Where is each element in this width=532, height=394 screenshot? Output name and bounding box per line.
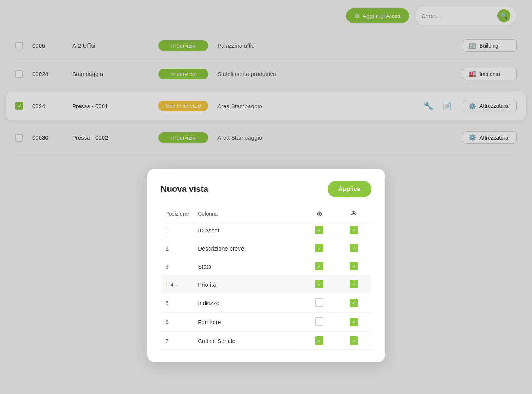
checked-visible-icon[interactable]: ✓ [350, 318, 358, 326]
col-position: 3 [161, 257, 194, 275]
column-config-table: Posizione Colonna ⊕ 👁 1ID Asset✓✓2Descri… [161, 206, 371, 350]
col-position: 2 [161, 239, 194, 257]
col-search-toggle[interactable] [302, 313, 336, 332]
col-position: 5 [161, 293, 194, 313]
checked-search-icon[interactable]: ✓ [315, 336, 323, 345]
nuova-vista-modal: Nuova vista Applica Posizione Colonna ⊕ … [147, 169, 385, 362]
col-visible-toggle[interactable]: ✓ [336, 221, 371, 239]
column-config-row: 5Indirizzo✓ [161, 293, 371, 313]
col-position: 6 [161, 313, 194, 332]
col-name: Priorità [193, 275, 302, 293]
col-name: Fornitore [193, 313, 302, 332]
col-name: Descrizione breve [193, 239, 302, 257]
checked-visible-icon[interactable]: ✓ [350, 226, 358, 234]
col-position: 1 [161, 221, 194, 239]
col-position: 7 [161, 332, 194, 350]
modal-overlay: Nuova vista Applica Posizione Colonna ⊕ … [0, 0, 532, 394]
col-search-toggle[interactable] [302, 293, 336, 313]
sort-up-arrow[interactable]: ↑ [166, 281, 168, 287]
col-visible-toggle[interactable]: ✓ [336, 275, 371, 293]
modal-header: Nuova vista Applica [161, 181, 371, 197]
col-header-search-icon: ⊕ [302, 206, 336, 221]
checked-visible-icon[interactable]: ✓ [350, 299, 358, 307]
sort-down-arrow[interactable]: ↓ [176, 281, 179, 287]
col-search-toggle[interactable]: ✓ [302, 332, 336, 350]
col-name: Indirizzo [193, 293, 302, 313]
column-config-row: 7Codice Seriale✓✓ [161, 332, 371, 350]
col-search-toggle[interactable]: ✓ [302, 221, 336, 239]
column-config-row: 3Stato✓✓ [161, 257, 371, 275]
col-visible-toggle[interactable]: ✓ [336, 332, 371, 350]
checked-search-icon[interactable]: ✓ [315, 262, 323, 270]
eye-column-icon: 👁 [350, 210, 357, 218]
search-column-icon: ⊕ [317, 210, 322, 218]
checked-visible-icon[interactable]: ✓ [350, 262, 358, 270]
col-visible-toggle[interactable]: ✓ [336, 239, 371, 257]
col-position: ↑4↓ [161, 275, 194, 293]
column-config-row: 1ID Asset✓✓ [161, 221, 371, 239]
col-name: Codice Seriale [193, 332, 302, 350]
col-visible-toggle[interactable]: ✓ [336, 257, 371, 275]
col-name: ID Asset [193, 221, 302, 239]
position-number: 4 [171, 281, 174, 288]
checked-search-icon[interactable]: ✓ [315, 226, 323, 234]
col-header-posizione: Posizione [161, 206, 194, 221]
checked-search-icon[interactable]: ✓ [315, 244, 323, 252]
col-name: Stato [193, 257, 302, 275]
col-search-toggle[interactable]: ✓ [302, 239, 336, 257]
unchecked-search-icon[interactable] [315, 298, 323, 307]
checked-visible-icon[interactable]: ✓ [350, 280, 358, 288]
sort-arrows: ↑4↓ [166, 281, 189, 288]
checked-search-icon[interactable]: ✓ [315, 280, 323, 288]
column-config-row: 2Descrizione breve✓✓ [161, 239, 371, 257]
checked-visible-icon[interactable]: ✓ [350, 336, 358, 345]
unchecked-search-icon[interactable] [315, 317, 323, 326]
col-header-colonna: Colonna [193, 206, 302, 221]
col-visible-toggle[interactable]: ✓ [336, 293, 371, 313]
applica-button[interactable]: Applica [328, 181, 371, 197]
col-header-visible-icon: 👁 [336, 206, 371, 221]
column-config-row: 6Fornitore✓ [161, 313, 371, 332]
col-search-toggle[interactable]: ✓ [302, 257, 336, 275]
col-visible-toggle[interactable]: ✓ [336, 313, 371, 332]
column-config-row: ↑4↓Priorità✓✓ [161, 275, 371, 293]
checked-visible-icon[interactable]: ✓ [350, 244, 358, 252]
modal-title: Nuova vista [161, 184, 209, 194]
col-search-toggle[interactable]: ✓ [302, 275, 336, 293]
